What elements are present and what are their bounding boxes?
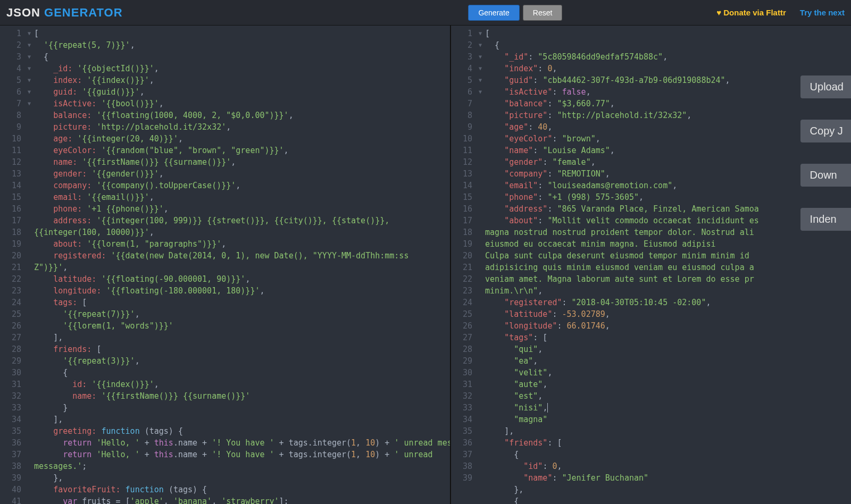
line-gutter-left: 1234567891011121314151617181920212223242…	[0, 26, 24, 504]
donate-link[interactable]: ♥Donate via Flattr	[716, 8, 786, 17]
try-next-link[interactable]: Try the next	[800, 8, 845, 17]
logo-generator: GENERATOR	[44, 6, 123, 19]
fold-column-left[interactable]: ▼▼▼▼▼▼▼	[24, 26, 34, 504]
donate-label: Donate via Flattr	[723, 8, 786, 17]
header: JSON GENERATOR Generate Reset ♥Donate vi…	[0, 0, 851, 26]
upload-button[interactable]: Upload	[800, 75, 851, 98]
generate-button[interactable]: Generate	[468, 5, 519, 21]
output-code[interactable]: [ { "_id": "5c8059846dd9edfaf574b88c", "…	[485, 26, 851, 504]
logo-json: JSON	[6, 6, 40, 19]
logo: JSON GENERATOR	[6, 6, 123, 20]
reset-button[interactable]: Reset	[523, 5, 563, 21]
copy-json-button[interactable]: Copy J	[800, 120, 851, 142]
indent-button[interactable]: Inden	[800, 208, 851, 231]
download-button[interactable]: Down	[800, 164, 851, 187]
template-editor[interactable]: 1234567891011121314151617181920212223242…	[0, 26, 451, 504]
line-gutter-right: 1234567891011121314151617181920212223242…	[451, 26, 475, 484]
template-code[interactable]: [ '{{repeat(5, 7)}}', { _id: '{{objectId…	[34, 26, 450, 504]
editor-panes: 1234567891011121314151617181920212223242…	[0, 26, 851, 504]
side-buttons: Upload Copy J Down Inden	[800, 75, 851, 231]
output-editor[interactable]: 1234567891011121314151617181920212223242…	[451, 26, 851, 504]
heart-icon: ♥	[716, 8, 721, 17]
fold-column-right[interactable]: ▼▼▼▼▼▼	[475, 26, 485, 504]
